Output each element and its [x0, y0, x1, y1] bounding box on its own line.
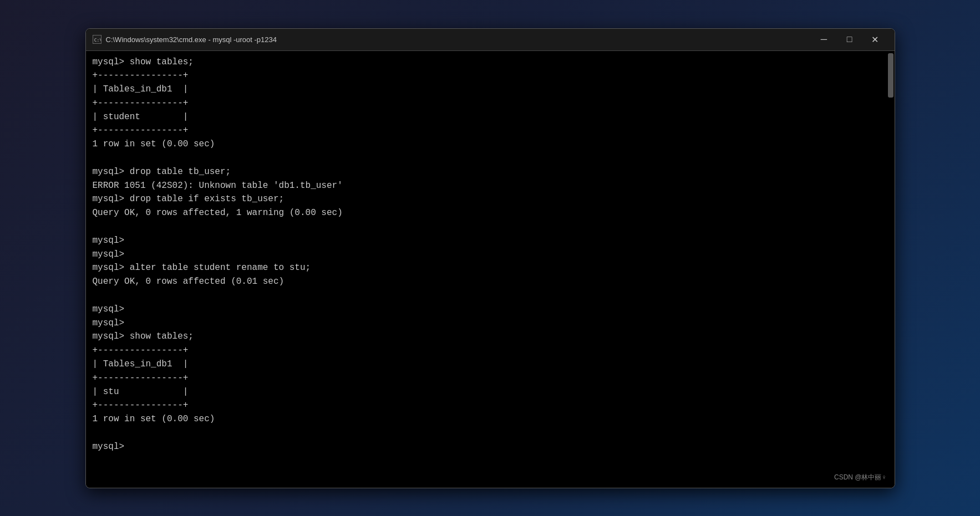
terminal-body[interactable]: mysql> show tables; +----------------+ |…	[86, 51, 895, 488]
scrollbar[interactable]	[888, 53, 893, 98]
svg-text:C:\: C:\	[94, 38, 100, 43]
titlebar: C:\ C:\Windows\system32\cmd.exe - mysql …	[86, 29, 895, 51]
close-button[interactable]: ✕	[862, 30, 888, 48]
window-title: C:\Windows\system32\cmd.exe - mysql -uro…	[106, 35, 277, 44]
maximize-button[interactable]: □	[837, 30, 862, 48]
cmd-window: C:\ C:\Windows\system32\cmd.exe - mysql …	[85, 28, 895, 488]
watermark: CSDN @林中丽♀	[834, 473, 887, 482]
terminal-output: mysql> show tables; +----------------+ |…	[93, 55, 888, 454]
titlebar-controls: ─ □ ✕	[811, 30, 888, 48]
minimize-button[interactable]: ─	[811, 30, 837, 48]
cmd-icon: C:\	[93, 35, 101, 44]
titlebar-left: C:\ C:\Windows\system32\cmd.exe - mysql …	[93, 35, 277, 44]
